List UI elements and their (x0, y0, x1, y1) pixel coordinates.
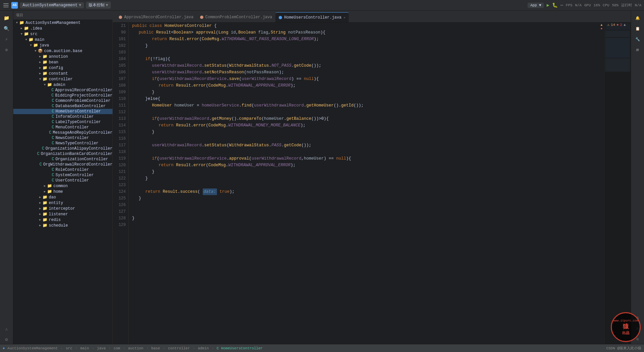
tree-item-bean[interactable]: ▶ 📁 bean (13, 59, 112, 65)
tree-item-annotion[interactable]: ▶ 📁 annotion (13, 54, 112, 59)
tree-item-schedule[interactable]: ▶ 📁 schedule (13, 223, 112, 228)
java-icon: C (52, 99, 54, 103)
right-sidebar-icon-docs[interactable]: 📋 (633, 24, 642, 33)
tree-label: HomeUsersController (55, 109, 101, 114)
sidebar-icon-search[interactable]: 🔍 (2, 24, 11, 33)
tree-item-news[interactable]: C NewsController (13, 135, 112, 141)
tab-label: HomeUsersController.java (284, 15, 341, 20)
code-line-111: HomeUser homeUser = homeUserService.find… (132, 102, 599, 109)
tree-item-approval[interactable]: C ApprovalRecordController (13, 88, 112, 93)
tree-item-homeusers[interactable]: C HomeUsersController (13, 109, 112, 114)
sidebar-icon-problems[interactable]: ⚠ (2, 324, 11, 333)
tree-item-interceptor[interactable]: ▶ 📁 interceptor (13, 206, 112, 211)
java-file-icon-small: C (217, 346, 219, 350)
tree-label: RoleController (55, 168, 89, 172)
tree-item-orgwithdrawal[interactable]: C OrgWithdrawalRecordController (13, 162, 112, 167)
tree-item-entity[interactable]: ▶ 📁 entity (13, 200, 112, 206)
hamburger-menu[interactable] (3, 2, 9, 9)
expand-icon: ▼ (42, 83, 47, 87)
java-icon: C (52, 168, 54, 172)
tree-item-menu[interactable]: C MenuController (13, 125, 112, 130)
ham-line-2 (3, 5, 9, 6)
warning-indicator: ▲ (599, 23, 604, 27)
tree-label: interceptor (49, 206, 75, 211)
project-name[interactable]: AuctionSystemManagement ▼ (20, 2, 84, 8)
tree-item-java[interactable]: ▼ 📁 java (13, 42, 112, 48)
tree-item-database[interactable]: C DatabaseBakController (13, 104, 112, 109)
badge-text1: www.itpurc.com (613, 319, 638, 322)
folder-icon: 📁 (42, 77, 47, 82)
tree-item-common[interactable]: ▶ 📁 common (13, 183, 112, 189)
sidebar-icon-folder[interactable]: 📁 (2, 13, 11, 23)
code-editor[interactable]: public class HomeUsersController { publi… (129, 23, 599, 344)
tree-item-bidding[interactable]: C BiddingProjectController (13, 93, 112, 98)
tree-item-src[interactable]: ▼ 📁 src (13, 31, 112, 37)
breadcrumb[interactable]: AuctionSystemManagement › src › main › j… (8, 346, 263, 350)
right-sidebar-icon-tools[interactable]: 🔧 (633, 35, 642, 44)
tree-item-alipay[interactable]: C OrganizationAlipayController (13, 146, 112, 151)
timer-label: 运行时 (621, 3, 632, 8)
tab-approval[interactable]: ApprovalRecordController.java (115, 12, 197, 22)
tab-common-problem[interactable]: CommonProblemController.java (197, 12, 276, 22)
tree-item-common-problem[interactable]: C CommonProblemController (13, 98, 112, 104)
tree-item-admin[interactable]: ▼ 📁 admin (13, 82, 112, 88)
tree-item-config[interactable]: ▶ 📁 config (13, 65, 112, 71)
more-icon[interactable]: ⋯ (560, 2, 563, 8)
sidebar-icon-vcs[interactable]: ⚡ (2, 35, 11, 44)
tree-item-user[interactable]: C UserController (13, 178, 112, 183)
tree-item-listener[interactable]: ▶ 📁 listener (13, 211, 112, 217)
tree-item-newstype[interactable]: C NewsTypeController (13, 141, 112, 146)
code-line-114: return Result.error(CodeMsg.WITHDRAWAL_M… (132, 122, 599, 129)
csdn-watermark: CSDN @猿来入此小猿 (606, 346, 641, 351)
breadcrumb-main: main (80, 346, 89, 350)
tree-item-label[interactable]: C LabelTypeController (13, 119, 112, 125)
tree-item-message[interactable]: C MessageAndReplyController (13, 130, 112, 135)
tab-homeusers[interactable]: HomeUsersController.java ✕ (275, 12, 349, 22)
code-line-127 (132, 208, 599, 215)
code-line-106: userWithdrawalRecord.setNotPassReason(no… (132, 69, 599, 76)
tree-label: com.auction.base (44, 49, 82, 53)
java-icon: C (51, 93, 54, 98)
tree-item-bankcard[interactable]: C OrganizationBankCardController (13, 151, 112, 157)
app-button[interactable]: App ▼ (528, 3, 544, 8)
code-line-115: } (132, 129, 599, 135)
tree-item-main[interactable]: ▼ 📁 main (13, 37, 112, 42)
tree-item-dao[interactable]: ▶ 📁 dao (13, 194, 112, 200)
java-icon: C (49, 130, 51, 135)
error-count: 2 (620, 23, 622, 27)
fps-value: N/A (575, 3, 582, 7)
tree-item-organization[interactable]: C OrganizationController (13, 157, 112, 162)
expand-icon: ▲ (623, 23, 626, 27)
sidebar-icon-settings[interactable]: ⚙ (2, 335, 11, 344)
breadcrumb-com: com (113, 346, 120, 350)
breadcrumb-project: AuctionSystemManagement (8, 346, 58, 350)
tree-label: schedule (49, 223, 68, 228)
tree-item-redis[interactable]: ▶ 📁 redis (13, 217, 112, 223)
debug-icon[interactable]: 🐛 (552, 2, 558, 8)
ham-line-1 (3, 3, 9, 4)
tree-item-home[interactable]: ▶ 📁 home (13, 189, 112, 194)
code-line-112 (132, 109, 599, 115)
tree-item-constant[interactable]: ▶ 📁 constant (13, 71, 112, 76)
run-icon[interactable]: ▶ (546, 2, 549, 8)
version-control[interactable]: 版本控制 ▼ (86, 2, 111, 9)
tree-label: DatabaseBakController (55, 104, 106, 108)
tabs-bar: ApprovalRecordController.java CommonProb… (113, 11, 631, 23)
code-line-107: if(userWithdrawalRecordService.save(user… (132, 76, 599, 82)
expand-icon: ▼ (38, 78, 42, 81)
tree-item-idea[interactable]: ▶ 📁 .idea (13, 26, 112, 31)
tree-item-system[interactable]: C SystemController (13, 173, 112, 178)
java-icon: C (52, 120, 54, 124)
sidebar-icon-add[interactable]: ⊕ (2, 45, 11, 54)
tree-label: annotion (49, 54, 68, 59)
tree-item-inform[interactable]: C InformController (13, 114, 112, 119)
right-sidebar-icon-m[interactable]: m (633, 45, 642, 54)
tree-item-root[interactable]: ▼ 📁 AuctionSystemManagement (13, 20, 112, 26)
tree-item-role[interactable]: C RoleController (13, 167, 112, 173)
right-sidebar-icon-notify[interactable]: 🔔 (633, 13, 642, 23)
folder-icon: 📁 (29, 37, 34, 42)
tree-item-com-auction[interactable]: ▼ 📦 com.auction.base (13, 48, 112, 54)
tree-item-controller[interactable]: ▼ 📁 controller (13, 76, 112, 82)
close-tab-icon[interactable]: ✕ (343, 16, 345, 20)
code-line-129 (132, 222, 599, 228)
